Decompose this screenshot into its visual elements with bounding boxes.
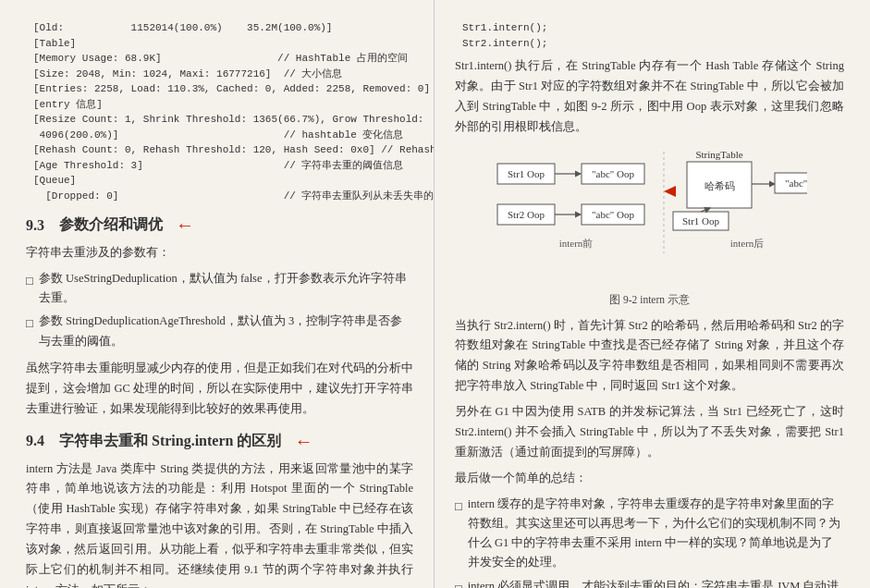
right-page: Str1.intern(); Str2.intern(); Str1.inter… bbox=[435, 0, 870, 588]
right-checkbox-icon-1: □ bbox=[455, 579, 462, 589]
right-list-item-1-text: intern 必须显式调用，才能达到去重的目的；字符串去重是 JVM 自动进行的… bbox=[468, 577, 844, 589]
code-top-right: Str1.intern(); Str2.intern(); bbox=[462, 20, 844, 51]
section-93-heading: 9.3 参数介绍和调优 ← bbox=[26, 214, 413, 236]
arrow-93: ← bbox=[176, 214, 194, 236]
arrow-94: ← bbox=[294, 431, 312, 452]
section-93-num: 9.3 bbox=[26, 217, 44, 234]
checkbox-icon-0: □ bbox=[26, 271, 33, 291]
svg-text:StringTable: StringTable bbox=[695, 149, 742, 160]
svg-text:"abc" Oop: "abc" Oop bbox=[592, 168, 634, 179]
svg-line-19 bbox=[701, 208, 710, 212]
sec94-body1: intern 方法是 Java 类库中 String 类提供的方法，用来返回常量… bbox=[26, 459, 413, 589]
svg-text:"abc" Oop: "abc" Oop bbox=[592, 209, 634, 220]
right-body1: Str1.intern() 执行后，在 StringTable 内存有一个 Ha… bbox=[455, 56, 844, 138]
right-list-item-1: □ intern 必须显式调用，才能达到去重的目的；字符串去重是 JVM 自动进… bbox=[455, 577, 844, 589]
svg-text:Str1 Oop: Str1 Oop bbox=[507, 168, 545, 179]
svg-text:Str1 Oop: Str1 Oop bbox=[681, 215, 719, 227]
section-93-title: 参数介绍和调优 bbox=[59, 215, 163, 235]
right-body2: 当执行 Str2.intern() 时，首先计算 Str2 的哈希码，然后用哈希… bbox=[455, 316, 844, 398]
svg-marker-22 bbox=[664, 186, 676, 197]
svg-text:intern后: intern后 bbox=[729, 238, 764, 249]
right-list-item-0: □ intern 缓存的是字符串对象，字符串去重缓存的是字符串对象里面的字符数组… bbox=[455, 495, 844, 573]
right-body4: 最后做一个简单的总结： bbox=[455, 469, 844, 489]
right-body3: 另外在 G1 中因为使用 SATB 的并发标记算法，当 Str1 已经死亡了，这… bbox=[455, 402, 844, 463]
diagram-caption: 图 9-2 intern 示意 bbox=[609, 293, 690, 307]
sec93-body: 虽然字符串去重能明显减少内存的使用，但是正如我们在对代码的分析中提到，这会增加 … bbox=[26, 359, 413, 420]
section-94-num: 9.4 bbox=[26, 433, 44, 449]
svg-text:intern前: intern前 bbox=[558, 238, 593, 249]
section-94-heading: 9.4 字符串去重和 String.intern 的区别 ← bbox=[26, 431, 413, 452]
code-top-left: [Old: 1152014(100.0%) 35.2M(100.0%)] [Ta… bbox=[33, 20, 413, 203]
svg-text:"abc" Oop: "abc" Oop bbox=[785, 178, 807, 189]
list-item-1-text: 参数 StringDeduplicationAgeThreshold，默认值为 … bbox=[39, 312, 413, 351]
diagram-intern: Str1 Oop "abc" Oop Str2 Oop "abc" Oop in… bbox=[455, 147, 844, 307]
list-item-1: □ 参数 StringDeduplicationAgeThreshold，默认值… bbox=[26, 312, 413, 351]
list-item-0: □ 参数 UseStringDeduplication，默认值为 false，打… bbox=[26, 269, 413, 309]
checkbox-icon-1: □ bbox=[26, 313, 33, 334]
svg-text:Str2 Oop: Str2 Oop bbox=[507, 209, 545, 220]
diagram-svg: Str1 Oop "abc" Oop Str2 Oop "abc" Oop in… bbox=[493, 147, 807, 290]
left-page: [Old: 1152014(100.0%) 35.2M(100.0%)] [Ta… bbox=[0, 0, 435, 588]
right-list-item-0-text: intern 缓存的是字符串对象，字符串去重缓存的是字符串对象里面的字符数组。其… bbox=[468, 495, 844, 573]
list-item-0-text: 参数 UseStringDeduplication，默认值为 false，打开参… bbox=[39, 269, 413, 309]
svg-text:哈希码: 哈希码 bbox=[704, 180, 734, 191]
right-checkbox-icon-0: □ bbox=[455, 496, 462, 517]
section-94-title: 字符串去重和 String.intern 的区别 bbox=[59, 432, 281, 451]
sec93-intro: 字符串去重涉及的参数有： bbox=[26, 243, 413, 263]
